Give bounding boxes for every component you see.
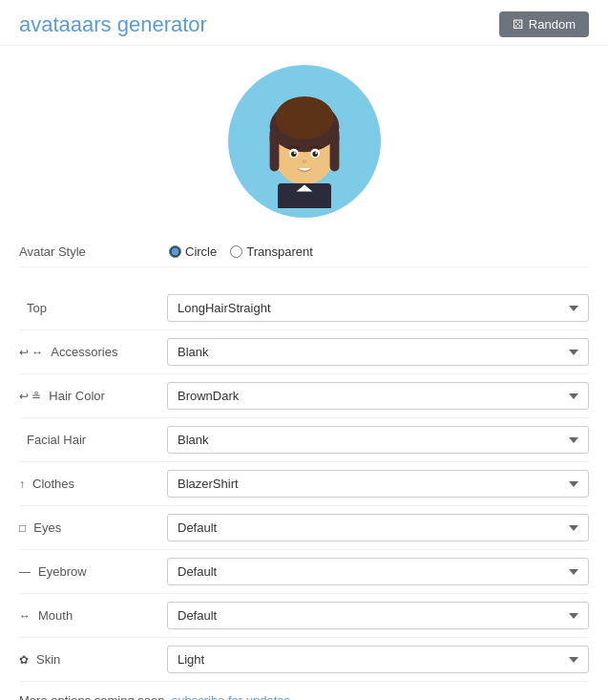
skin-label-text: Skin	[36, 652, 60, 667]
avatar-svg	[238, 74, 371, 208]
svg-point-9	[291, 152, 297, 158]
accessories-label-text: Accessories	[51, 345, 117, 359]
dynamic-controls: TopLongHairStraightLongHairBobLongHairBu…	[0, 286, 608, 682]
controls-panel: Avatar Style Circle Transparent	[0, 227, 608, 286]
eyes-label-text: Eyes	[33, 520, 61, 535]
select-hair-color[interactable]: AuburnBlackBlondeBlondeGoldenBrownBrownD…	[167, 382, 589, 410]
svg-point-13	[302, 159, 307, 163]
clothes-icon: ↑	[19, 477, 25, 491]
eyes-icon: □	[19, 521, 26, 535]
select-mouth[interactable]: DefaultConcernedDisbeliefEatingGrimaceSa…	[167, 602, 589, 629]
control-input-top: LongHairStraightLongHairBobLongHairBunSh…	[167, 294, 589, 322]
control-row-facial-hair: Facial HairBlankBeardLightBeardMagesticB…	[19, 418, 589, 462]
random-button-label: Random	[529, 17, 576, 32]
avatar-style-transparent-label: Transparent	[246, 244, 313, 259]
control-label-top: Top	[19, 301, 167, 315]
control-input-mouth: DefaultConcernedDisbeliefEatingGrimaceSa…	[167, 602, 589, 629]
eyebrow-label-text: Eyebrow	[38, 564, 87, 579]
subscribe-link[interactable]: subscribe for updates	[172, 693, 290, 700]
control-row-accessories: ↩ ↔AccessoriesBlankKurtPrescription01Pre…	[19, 330, 589, 374]
top-label-text: Top	[27, 301, 47, 315]
svg-rect-6	[329, 128, 339, 172]
random-button[interactable]: ⚄ Random	[499, 11, 589, 37]
avatar-style-transparent[interactable]: Transparent	[230, 244, 313, 259]
control-label-mouth: ↔Mouth	[19, 608, 167, 623]
control-label-facial-hair: Facial Hair	[19, 433, 167, 447]
control-input-facial-hair: BlankBeardLightBeardMagesticBeardMediumM…	[167, 426, 589, 454]
select-eyebrow[interactable]: DefaultAngryAngryNaturalDefaultNaturalFl…	[167, 558, 589, 585]
eyebrow-icon: —	[19, 565, 31, 579]
svg-point-4	[275, 96, 334, 139]
select-clothes[interactable]: BlazerShirtBlazerSweaterCollarSweaterGra…	[167, 470, 589, 498]
hair-color-icon: ↩ ≗	[19, 390, 41, 403]
svg-rect-5	[269, 128, 279, 172]
select-accessories[interactable]: BlankKurtPrescription01Prescription02Rou…	[167, 338, 589, 366]
mouth-label-text: Mouth	[38, 608, 73, 623]
avatar-style-transparent-radio[interactable]	[230, 245, 242, 258]
control-label-hair-color: ↩ ≗Hair Color	[19, 389, 167, 403]
select-skin[interactable]: TannedYellowPaleLightBrownDarkBrownBlack	[167, 646, 589, 673]
control-label-eyebrow: —Eyebrow	[19, 564, 167, 579]
clothes-label-text: Clothes	[32, 477, 74, 491]
control-input-eyes: DefaultCloseCryDizzyEyeRollHappyHeartsSi…	[167, 514, 589, 541]
avatar-style-circle-label: Circle	[185, 244, 217, 259]
avatar-style-circle[interactable]: Circle	[169, 244, 217, 259]
facial-hair-label-text: Facial Hair	[27, 433, 86, 447]
footer-note: More options coming soon, subscribe for …	[0, 682, 608, 700]
control-row-top: TopLongHairStraightLongHairBobLongHairBu…	[19, 286, 589, 330]
control-input-eyebrow: DefaultAngryAngryNaturalDefaultNaturalFl…	[167, 558, 589, 585]
control-label-skin: ✿Skin	[19, 652, 167, 667]
svg-point-12	[315, 152, 317, 154]
control-row-mouth: ↔MouthDefaultConcernedDisbeliefEatingGri…	[19, 594, 589, 638]
hair-color-label-text: Hair Color	[49, 389, 105, 403]
header: avataaars generator ⚄ Random	[0, 0, 608, 46]
control-row-hair-color: ↩ ≗Hair ColorAuburnBlackBlondeBlondeGold…	[19, 374, 589, 418]
control-input-skin: TannedYellowPaleLightBrownDarkBrownBlack	[167, 646, 589, 673]
control-row-clothes: ↑ClothesBlazerShirtBlazerSweaterCollarSw…	[19, 462, 589, 506]
control-row-skin: ✿SkinTannedYellowPaleLightBrownDarkBrown…	[19, 638, 589, 682]
control-label-eyes: □Eyes	[19, 520, 167, 535]
avatar-style-circle-radio[interactable]	[169, 245, 181, 258]
skin-icon: ✿	[19, 653, 29, 667]
select-top[interactable]: LongHairStraightLongHairBobLongHairBunSh…	[167, 294, 589, 322]
svg-point-10	[312, 152, 318, 158]
mouth-icon: ↔	[19, 609, 31, 623]
avatar-circle	[228, 65, 381, 218]
accessories-icon: ↩ ↔	[19, 346, 43, 359]
control-label-clothes: ↑Clothes	[19, 477, 167, 491]
select-facial-hair[interactable]: BlankBeardLightBeardMagesticBeardMediumM…	[167, 426, 589, 454]
avatar-style-row: Avatar Style Circle Transparent	[19, 237, 589, 267]
avatar-style-label: Avatar Style	[19, 244, 167, 259]
svg-point-11	[293, 152, 295, 154]
control-row-eyebrow: —EyebrowDefaultAngryAngryNaturalDefaultN…	[19, 550, 589, 594]
control-row-eyes: □EyesDefaultCloseCryDizzyEyeRollHappyHea…	[19, 506, 589, 550]
control-input-clothes: BlazerShirtBlazerSweaterCollarSweaterGra…	[167, 470, 589, 498]
app-title: avataaars generator	[19, 12, 207, 37]
control-input-hair-color: AuburnBlackBlondeBlondeGoldenBrownBrownD…	[167, 382, 589, 410]
control-input-accessories: BlankKurtPrescription01Prescription02Rou…	[167, 338, 589, 366]
random-icon: ⚄	[513, 17, 523, 32]
avatar-style-options: Circle Transparent	[167, 244, 589, 259]
avatar-container	[0, 46, 608, 227]
select-eyes[interactable]: DefaultCloseCryDizzyEyeRollHappyHeartsSi…	[167, 514, 589, 541]
control-label-accessories: ↩ ↔Accessories	[19, 345, 167, 359]
